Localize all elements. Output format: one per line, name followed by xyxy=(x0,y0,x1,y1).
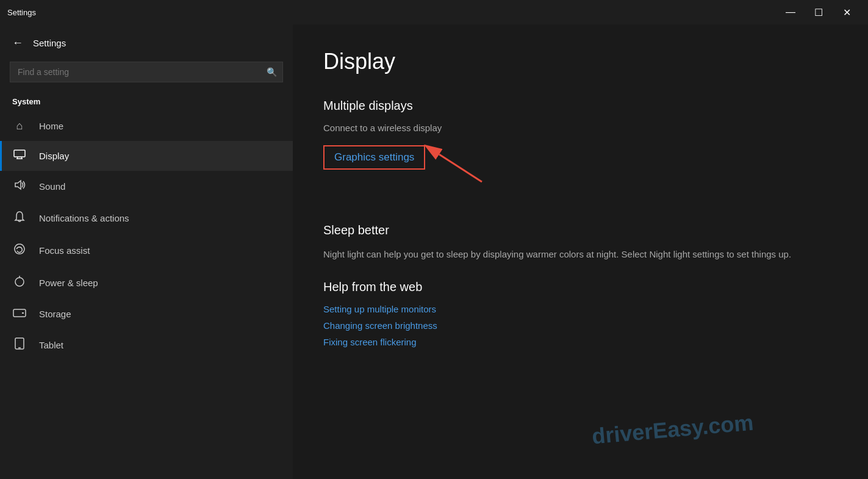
svg-marker-4 xyxy=(15,181,21,189)
sidebar-item-home-label: Home xyxy=(39,121,63,131)
sidebar-item-home[interactable]: ⌂ Home xyxy=(0,111,293,141)
focus-icon xyxy=(12,243,27,258)
system-label: System xyxy=(0,92,293,111)
multiple-displays-title: Multiple displays xyxy=(323,99,838,113)
sidebar-title: Settings xyxy=(33,38,66,48)
sidebar-item-tablet-label: Tablet xyxy=(39,340,63,350)
sound-icon xyxy=(12,179,27,193)
sidebar-item-display-label: Display xyxy=(39,151,69,161)
search-box: 🔍 xyxy=(10,62,283,82)
help-link-monitors[interactable]: Setting up multiple monitors xyxy=(323,304,838,314)
sidebar-item-power-label: Power & sleep xyxy=(39,278,98,288)
help-section: Help from the web Setting up multiple mo… xyxy=(323,280,838,347)
home-icon: ⌂ xyxy=(12,120,27,132)
app-body: ← Settings 🔍 System ⌂ Home Display xyxy=(0,24,868,479)
sidebar-item-focus[interactable]: Focus assist xyxy=(0,234,293,267)
close-button[interactable]: ✕ xyxy=(833,0,861,24)
sleep-desc: Night light can help you get to sleep by… xyxy=(323,247,838,262)
help-link-brightness[interactable]: Changing screen brightness xyxy=(323,320,838,331)
minimize-button[interactable]: — xyxy=(777,0,805,24)
sidebar-item-tablet[interactable]: Tablet xyxy=(0,329,293,361)
search-icon: 🔍 xyxy=(267,67,277,77)
storage-icon xyxy=(12,308,27,320)
help-title: Help from the web xyxy=(323,280,838,294)
svg-line-12 xyxy=(439,154,482,182)
sidebar-item-display[interactable]: Display xyxy=(0,141,293,171)
titlebar-controls: — ☐ ✕ xyxy=(777,0,861,24)
sidebar-item-focus-label: Focus assist xyxy=(39,245,90,256)
notifications-icon xyxy=(12,211,27,226)
sidebar-item-notifications-label: Notifications & actions xyxy=(39,213,129,223)
svg-point-5 xyxy=(15,278,24,286)
help-link-flickering[interactable]: Fixing screen flickering xyxy=(323,337,838,347)
titlebar: Settings — ☐ ✕ xyxy=(0,0,868,24)
page-title: Display xyxy=(323,49,838,74)
annotation-arrow xyxy=(421,139,494,188)
sleep-section: Sleep better Night light can help you ge… xyxy=(323,223,838,262)
search-input[interactable] xyxy=(10,62,283,82)
sidebar-header: ← Settings xyxy=(0,24,293,62)
sidebar-item-storage-label: Storage xyxy=(39,309,71,319)
sidebar-item-storage[interactable]: Storage xyxy=(0,299,293,329)
sidebar: ← Settings 🔍 System ⌂ Home Display xyxy=(0,24,293,479)
watermark: driverEasy.com xyxy=(591,410,755,450)
tablet-icon xyxy=(12,337,27,353)
back-button[interactable]: ← xyxy=(10,34,26,52)
sidebar-item-sound[interactable]: Sound xyxy=(0,171,293,202)
connect-wireless-text: Connect to a wireless display xyxy=(323,123,838,133)
sidebar-item-sound-label: Sound xyxy=(39,181,65,192)
main-content: Display Multiple displays Connect to a w… xyxy=(293,24,868,479)
power-icon xyxy=(12,275,27,290)
sleep-title: Sleep better xyxy=(323,223,838,237)
maximize-button[interactable]: ☐ xyxy=(805,0,833,24)
sidebar-item-notifications[interactable]: Notifications & actions xyxy=(0,202,293,234)
sidebar-item-power[interactable]: Power & sleep xyxy=(0,267,293,299)
graphics-settings-box: Graphics settings xyxy=(323,145,425,170)
display-icon xyxy=(12,149,27,162)
graphics-settings-link[interactable]: Graphics settings xyxy=(334,151,414,163)
svg-rect-0 xyxy=(14,150,25,157)
titlebar-title: Settings xyxy=(7,8,777,17)
multiple-displays-section: Multiple displays Connect to a wireless … xyxy=(323,99,838,211)
